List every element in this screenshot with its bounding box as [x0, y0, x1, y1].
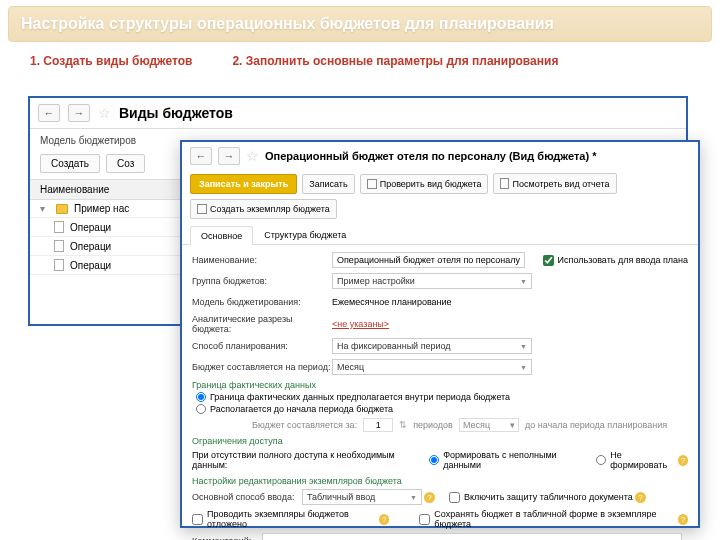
- name-field[interactable]: [332, 252, 525, 268]
- group-select[interactable]: Пример настройки▼: [332, 273, 532, 289]
- label-name: Наименование:: [192, 255, 332, 265]
- save-tabular-checkbox[interactable]: Сохранять бюджет в табличной форме в экз…: [419, 509, 676, 529]
- label-group: Группа бюджетов:: [192, 276, 332, 286]
- document-icon: [54, 259, 64, 271]
- fact-radio-before[interactable]: Располагается до начала периода бюджета: [196, 404, 688, 414]
- save-button[interactable]: Записать: [302, 174, 354, 194]
- plan-method-select[interactable]: На фиксированный период▼: [332, 338, 532, 354]
- label-period: Бюджет составляется на период:: [192, 362, 332, 372]
- check-budget-button[interactable]: Проверить вид бюджета: [360, 174, 489, 194]
- nav-back-button[interactable]: ←: [38, 104, 60, 122]
- document-icon: [54, 240, 64, 252]
- caption-2: 2. Заполнить основные параметры для план…: [232, 54, 558, 68]
- win1-title: Виды бюджетов: [119, 105, 233, 121]
- access-radio-partial[interactable]: Формировать с неполными данными: [429, 450, 586, 470]
- help-icon[interactable]: ?: [424, 492, 435, 503]
- report-icon: [500, 178, 509, 189]
- favorite-star-icon[interactable]: ☆: [98, 105, 111, 121]
- caption-1: 1. Создать виды бюджетов: [30, 54, 192, 68]
- section-access: Ограничения доступа: [192, 436, 688, 446]
- row-label: Операци: [70, 222, 111, 233]
- instance-icon: [197, 204, 207, 214]
- protect-checkbox[interactable]: Включить защиту табличного документа: [449, 492, 633, 503]
- fact-radio-inside[interactable]: Граница фактических данных предполагаетс…: [196, 392, 688, 402]
- page-banner: Настройка структуры операционных бюджето…: [8, 6, 712, 42]
- captions-row: 1. Создать виды бюджетов 2. Заполнить ос…: [0, 48, 720, 78]
- use-for-plan-checkbox[interactable]: Использовать для ввода плана: [543, 255, 688, 266]
- comment-field[interactable]: [262, 533, 682, 540]
- label-comment: Комментарий:: [192, 536, 262, 540]
- label-plan-method: Способ планирования:: [192, 341, 332, 351]
- help-icon[interactable]: ?: [379, 514, 389, 525]
- label-analytics: Аналитические разрезы бюджета:: [192, 314, 332, 334]
- row-label: Операци: [70, 260, 111, 271]
- create-button[interactable]: Создать: [40, 154, 100, 173]
- tab-main[interactable]: Основное: [190, 226, 253, 245]
- label-model: Модель бюджетирования:: [192, 297, 332, 307]
- input-mode-select[interactable]: Табличный ввод▼: [302, 489, 422, 505]
- favorite-star-icon[interactable]: ☆: [246, 148, 259, 164]
- compose-count-field[interactable]: [363, 418, 393, 432]
- view-report-button[interactable]: Посмотреть вид отчета: [493, 173, 616, 194]
- compose-unit-select[interactable]: Месяц▾: [459, 418, 519, 432]
- nav-back-button[interactable]: ←: [190, 147, 212, 165]
- compose-inline: Бюджет составляется за: ⇅ периодов Месяц…: [252, 418, 688, 432]
- section-edit-settings: Настройки редактирования экземпляров бюд…: [192, 476, 688, 486]
- period-select[interactable]: Месяц▼: [332, 359, 532, 375]
- folder-icon: [56, 204, 68, 214]
- window-budget-form: ← → ☆ Операционный бюджет отеля по персо…: [180, 140, 700, 528]
- help-icon[interactable]: ?: [678, 514, 688, 525]
- win1-header: ← → ☆ Виды бюджетов: [30, 98, 686, 129]
- save-close-button[interactable]: Записать и закрыть: [190, 174, 297, 194]
- label-input-mode: Основной способ ввода:: [192, 492, 302, 502]
- section-fact-boundary: Граница фактических данных: [192, 380, 688, 390]
- row-label: Пример нас: [74, 203, 129, 214]
- model-value: Ежемесячное планирование: [332, 297, 452, 307]
- form-body: Наименование: Использовать для ввода пла…: [182, 245, 698, 540]
- row-label: Операци: [70, 241, 111, 252]
- tab-structure[interactable]: Структура бюджета: [253, 225, 357, 244]
- tabs: Основное Структура бюджета: [182, 225, 698, 245]
- deferred-checkbox[interactable]: Проводить экземпляры бюджетов отложено: [192, 509, 377, 529]
- tree-collapse-icon[interactable]: ▾: [40, 203, 50, 214]
- create-instance-button[interactable]: Создать экземпляр бюджета: [190, 199, 337, 219]
- nav-forward-button[interactable]: →: [218, 147, 240, 165]
- win2-title: Операционный бюджет отеля по персоналу (…: [265, 150, 597, 162]
- help-icon[interactable]: ?: [635, 492, 646, 503]
- win2-toolbar: Записать и закрыть Записать Проверить ви…: [182, 170, 698, 225]
- document-icon: [54, 221, 64, 233]
- label-access: При отсутствии полного доступа к необход…: [192, 450, 417, 470]
- access-radio-none[interactable]: Не формировать: [596, 450, 676, 470]
- check-icon: [367, 179, 377, 189]
- nav-forward-button[interactable]: →: [68, 104, 90, 122]
- analytics-link[interactable]: <не указаны>: [332, 319, 389, 329]
- create2-button[interactable]: Соз: [106, 154, 145, 173]
- help-icon[interactable]: ?: [678, 455, 688, 466]
- win2-header: ← → ☆ Операционный бюджет отеля по персо…: [182, 142, 698, 170]
